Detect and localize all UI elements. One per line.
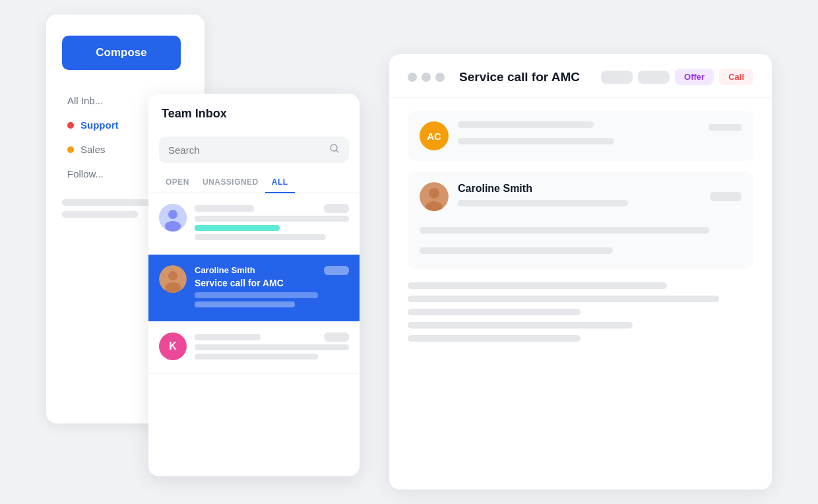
caroline-avatar [420, 182, 449, 211]
avatar: K [159, 332, 187, 360]
detail-header: Service call for AMC Offer Call [389, 54, 772, 98]
inbox-title: Team Inbox [162, 107, 346, 121]
lower-placeholder-2 [408, 296, 719, 302]
caroline-name: Caroline Smith [458, 183, 701, 195]
avatar [159, 265, 187, 293]
sidebar-item-label: Follow... [67, 168, 104, 179]
msg-body-placeholder [458, 138, 614, 144]
detail-header-actions: Offer Call [601, 69, 753, 85]
msg-time-placeholder [708, 124, 741, 131]
svg-point-7 [165, 221, 181, 232]
lower-placeholder-1 [408, 282, 667, 289]
svg-point-1 [429, 188, 439, 199]
conv-body: Caroline Smith Service call for AMC [195, 265, 349, 311]
sidebar-item-label: All Inb... [67, 95, 103, 106]
conv-time [324, 204, 349, 213]
detail-lower [389, 282, 772, 355]
conv-name-placeholder [195, 205, 254, 212]
sidebar-item-label: Sales [80, 144, 106, 155]
conv-name-placeholder [195, 334, 261, 340]
ac-avatar: AC [420, 121, 449, 150]
search-bar[interactable] [159, 137, 349, 163]
conv-subject-placeholder [195, 216, 349, 222]
tab-unassigned[interactable]: UNASSIGNED [196, 172, 265, 193]
conv-time [324, 332, 349, 342]
svg-point-6 [168, 210, 177, 219]
placeholder [62, 211, 138, 218]
dot-3 [435, 73, 445, 82]
action-pill-1 [601, 71, 633, 84]
message-card-caroline: Caroline Smith [408, 172, 753, 269]
tabs-row: OPEN UNASSIGNED ALL [148, 172, 360, 193]
conv-tag [195, 225, 280, 231]
caroline-body-1 [420, 227, 709, 234]
caroline-body-2 [420, 247, 613, 254]
conv-body [195, 204, 349, 243]
call-badge[interactable]: Call [719, 69, 753, 85]
lower-placeholder-4 [408, 322, 633, 329]
conv-body [195, 332, 349, 363]
dot-1 [408, 73, 417, 82]
svg-point-9 [168, 271, 177, 280]
message-content [458, 121, 741, 149]
lower-placeholder-5 [408, 335, 581, 342]
detail-panel: Service call for AMC Offer Call AC [389, 54, 772, 489]
inbox-panel: Team Inbox OPEN UNASSIGNED ALL [148, 94, 360, 476]
svg-line-4 [336, 150, 339, 153]
tab-all[interactable]: ALL [265, 172, 295, 193]
conv-subject: Service call for AMC [195, 278, 349, 288]
message-card-ac: AC [408, 111, 753, 161]
compose-button[interactable]: Compose [62, 36, 181, 70]
dot-2 [422, 73, 431, 82]
conv-preview [195, 354, 318, 360]
inbox-header: Team Inbox [148, 94, 360, 123]
caroline-time [710, 192, 741, 201]
list-item[interactable]: Caroline Smith Service call for AMC [148, 255, 360, 322]
conv-preview [195, 234, 326, 240]
offer-badge[interactable]: Offer [675, 69, 714, 85]
conversation-list: Caroline Smith Service call for AMC K [148, 193, 360, 476]
list-item[interactable]: K [148, 322, 360, 374]
conv-time [324, 266, 349, 275]
action-pill-2 [638, 71, 670, 84]
sidebar-item-label: Support [80, 119, 119, 131]
search-icon [329, 143, 340, 156]
svg-point-10 [165, 282, 181, 293]
lower-placeholder-3 [408, 309, 581, 315]
caroline-placeholder-1 [458, 200, 628, 206]
detail-body: AC [389, 98, 772, 282]
conv-preview-2 [195, 301, 295, 307]
msg-name-placeholder [458, 121, 594, 128]
conv-preview [195, 292, 318, 298]
conv-subject-placeholder [195, 344, 349, 350]
sales-dot [67, 146, 74, 153]
list-item[interactable] [148, 193, 360, 255]
window-controls [408, 73, 445, 82]
search-input[interactable] [168, 144, 324, 156]
support-dot [67, 122, 74, 129]
detail-title: Service call for AMC [459, 70, 580, 84]
tab-open[interactable]: OPEN [159, 172, 196, 193]
scene: Compose All Inb... Support Sales Follow.… [46, 15, 772, 489]
conv-name: Caroline Smith [195, 265, 255, 275]
avatar [159, 204, 187, 232]
